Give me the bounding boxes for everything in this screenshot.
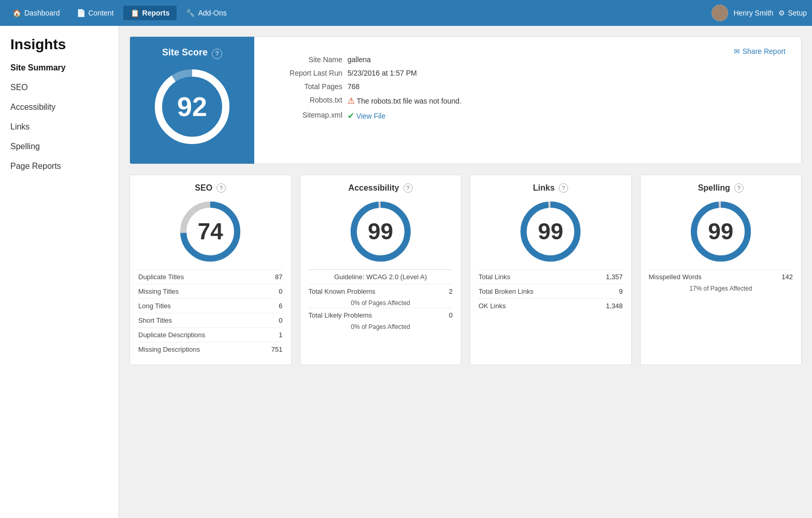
view-file-link[interactable]: View File [356,112,386,120]
links-card: Links ? 99 Total Links 1,357 [470,175,632,365]
stat-long-titles: Long Titles 6 [138,298,283,313]
links-score: 99 [538,219,563,244]
nav-addons-label: Add-Ons [198,9,226,17]
sidebar-item-site-summary[interactable]: Site Summary [0,58,119,78]
stat-spelling-pct: 17% of Pages Affected [649,284,793,293]
seo-title: SEO [195,183,212,193]
links-help-icon[interactable]: ? [559,183,568,193]
nav-content-label: Content [89,9,114,17]
share-icon: ✉ [734,47,740,55]
stat-ok-links: OK Links 1,348 [479,298,623,313]
warning-icon: ⚠ [347,96,355,105]
accessibility-help-icon[interactable]: ? [403,183,413,193]
stat-duplicate-titles: Duplicate Titles 87 [138,269,283,284]
page-layout: Insights Site Summary SEO Accessibility … [0,26,812,518]
nav-links: 🏠 Dashboard 📄 Content 📋 Reports 🔧 Add-On… [5,6,712,20]
report-run-row: Report Last Run 5/23/2016 at 1:57 PM [270,69,786,77]
links-donut: 99 [479,198,623,265]
username-label: Henry Smith [733,9,773,17]
site-score-help-icon[interactable]: ? [212,49,222,59]
stat-broken-links: Total Broken Links 9 [479,284,623,298]
site-summary-card: Site Score ? 92 ✉ Shar [129,36,802,164]
stat-duplicate-descriptions: Duplicate Descriptions 1 [138,327,283,342]
stat-total-links: Total Links 1,357 [479,269,623,284]
nav-addons[interactable]: 🔧 Add-Ons [179,6,234,20]
sidebar: Insights Site Summary SEO Accessibility … [0,26,119,518]
sidebar-item-accessibility[interactable]: Accessibility [0,97,119,117]
site-info-panel: ✉ Share Report Site Name gallena Report … [254,37,801,164]
stat-known-problems: Total Known Problems 2 [309,284,453,298]
spelling-title: Spelling [698,183,730,193]
score-cards-row: SEO ? 74 Duplicate Titles 87 [129,175,802,365]
stat-short-titles: Short Titles 0 [138,313,283,327]
total-pages-row: Total Pages 768 [270,82,786,91]
nav-dashboard-label: Dashboard [24,9,60,17]
content-icon: 📄 [77,9,85,17]
check-icon: ✔ [347,111,354,120]
avatar [712,5,728,21]
accessibility-card: Accessibility ? 99 Guideline: WCAG 2.0 (… [300,175,462,365]
stat-missing-descriptions: Missing Descriptions 751 [138,342,283,356]
share-report-button[interactable]: ✉ Share Report [734,47,786,55]
nav-reports-label: Reports [142,9,170,17]
nav-reports[interactable]: 📋 Reports [123,6,177,20]
top-navigation: 🏠 Dashboard 📄 Content 📋 Reports 🔧 Add-On… [0,0,812,26]
sidebar-item-links[interactable]: Links [0,117,119,137]
sitemap-row: Sitemap.xml ✔ View File [270,111,786,121]
stat-known-pct: 0% of Pages Affected [309,298,453,308]
gear-icon: ⚙ [778,9,785,17]
stat-likely-problems: Total Likely Problems 0 [309,308,453,322]
home-icon: 🏠 [12,9,21,17]
sidebar-item-seo[interactable]: SEO [0,78,119,97]
stat-misspelled: Misspelled Words 142 [649,269,793,284]
reports-icon: 📋 [130,9,139,17]
seo-score: 74 [198,219,223,244]
seo-help-icon[interactable]: ? [216,183,226,193]
seo-donut: 74 [138,198,283,265]
accessibility-score: 99 [368,219,393,244]
main-content: Site Score ? 92 ✉ Shar [119,26,812,518]
stat-missing-titles: Missing Titles 0 [138,284,283,298]
setup-link[interactable]: ⚙ Setup [778,9,807,17]
site-score-panel: Site Score ? 92 [130,37,254,164]
robots-txt-row: Robots.txt ⚠ The robots.txt file was not… [270,96,786,106]
links-title: Links [533,183,555,193]
seo-card: SEO ? 74 Duplicate Titles 87 [129,175,292,365]
accessibility-donut: 99 [309,198,453,265]
spelling-donut: 99 [649,198,793,265]
nav-dashboard[interactable]: 🏠 Dashboard [5,6,67,20]
site-score-title: Site Score [162,47,208,58]
nav-content[interactable]: 📄 Content [69,6,121,20]
site-score-donut: 92 [151,65,234,148]
sidebar-item-page-reports[interactable]: Page Reports [0,156,119,176]
site-name-row: Site Name gallena [270,55,786,64]
accessibility-title: Accessibility [349,183,399,193]
spelling-card: Spelling ? 99 Misspelled Words 142 [640,175,802,365]
sidebar-item-spelling[interactable]: Spelling [0,137,119,156]
addons-icon: 🔧 [186,9,195,17]
nav-user-area: Henry Smith ⚙ Setup [712,5,807,21]
guideline-row: Guideline: WCAG 2.0 (Level A) [309,269,453,284]
site-score-value: 92 [177,91,207,122]
sidebar-title: Insights [0,36,119,58]
stat-likely-pct: 0% of Pages Affected [309,322,453,332]
spelling-score: 99 [708,219,733,244]
spelling-help-icon[interactable]: ? [734,183,744,193]
